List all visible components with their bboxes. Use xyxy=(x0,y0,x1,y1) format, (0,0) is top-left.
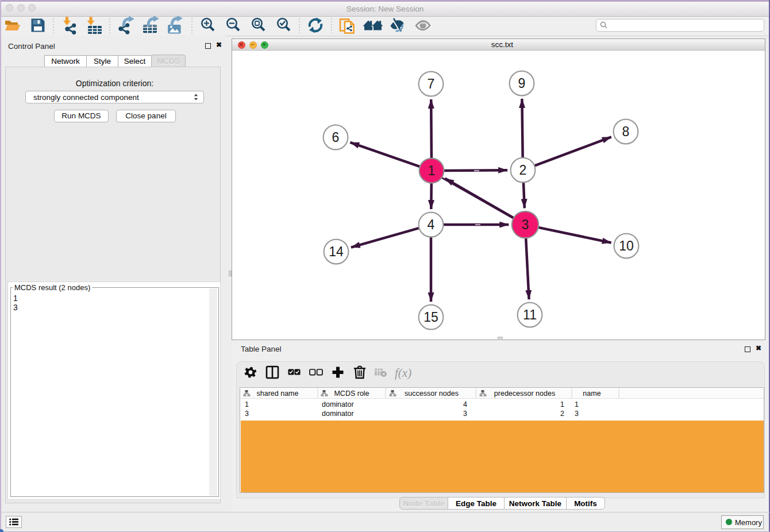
svg-text:predecessor nodes: predecessor nodes xyxy=(494,390,555,398)
svg-text:1: 1 xyxy=(428,163,436,178)
svg-text:7: 7 xyxy=(428,76,435,91)
svg-text:8: 8 xyxy=(622,124,630,139)
svg-text:10: 10 xyxy=(619,238,634,253)
svg-text:1: 1 xyxy=(560,400,564,408)
svg-text:name: name xyxy=(583,390,600,398)
svg-text:3: 3 xyxy=(575,410,579,418)
svg-text:1: 1 xyxy=(245,400,249,408)
svg-text:9: 9 xyxy=(518,76,526,91)
svg-text:4: 4 xyxy=(428,217,435,232)
svg-text:MCDS role: MCDS role xyxy=(334,390,369,398)
svg-text:3: 3 xyxy=(463,410,467,418)
svg-text:dominator: dominator xyxy=(322,410,354,418)
svg-text:dominator: dominator xyxy=(322,400,354,408)
svg-text:4: 4 xyxy=(463,400,467,408)
svg-text:3: 3 xyxy=(245,410,249,418)
svg-text:3: 3 xyxy=(522,217,529,232)
svg-text:6: 6 xyxy=(332,130,340,145)
svg-text:successor nodes: successor nodes xyxy=(405,390,459,398)
svg-text:2: 2 xyxy=(519,163,527,178)
svg-text:shared name: shared name xyxy=(257,390,299,398)
svg-text:11: 11 xyxy=(523,307,537,322)
svg-text:f(x): f(x) xyxy=(395,366,411,380)
svg-text:1: 1 xyxy=(575,400,579,408)
svg-text:14: 14 xyxy=(329,244,344,259)
svg-text:2: 2 xyxy=(560,410,564,418)
svg-text:15: 15 xyxy=(424,310,438,325)
